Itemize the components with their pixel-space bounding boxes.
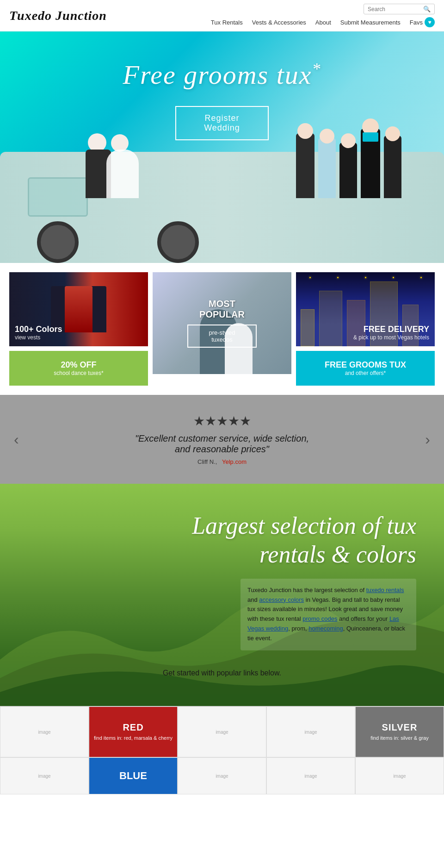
hero-headline: Free grooms tux* xyxy=(0,59,444,90)
asterisk: * xyxy=(312,60,321,78)
light-3 xyxy=(365,277,366,278)
yelp-source: Yelp.com xyxy=(222,458,247,465)
pre-styled-button[interactable]: pre-styled tuxedos xyxy=(187,325,257,348)
light-1 xyxy=(309,277,311,278)
testimonial-prev-button[interactable]: ‹ xyxy=(9,426,24,453)
color-cell2-image-2[interactable]: image xyxy=(178,757,266,794)
light-5 xyxy=(420,277,422,278)
vests-overlay: 100+ Colors view vests xyxy=(9,319,148,346)
search-input[interactable] xyxy=(368,6,423,12)
free-grooms-tux-button[interactable]: FREE GROOMS TUX and other offers* xyxy=(296,351,435,386)
promo-col-3: FREE DELIVERY & pick up to most Vegas ho… xyxy=(296,272,435,386)
promo-col-2: MOST POPULAR pre-styled tuxedos xyxy=(153,272,291,386)
vests-image[interactable]: 100+ Colors view vests xyxy=(9,272,148,346)
color-cell2-image-3[interactable]: image xyxy=(266,757,355,794)
site-header: Tuxedo Junction 🔍 Tux Rentals Vests & Ac… xyxy=(0,0,444,31)
lasvegas-image[interactable]: FREE DELIVERY & pick up to most Vegas ho… xyxy=(296,272,435,346)
testimonial-attribution: Cliff N., Yelp.com xyxy=(28,458,416,465)
color-cell2-image-4[interactable]: image xyxy=(355,757,444,794)
color-grid-row2: image BLUE image image image xyxy=(0,757,444,794)
hills-headline: Largest selection of tuxrentals & colors xyxy=(18,512,416,569)
color-cell-blue[interactable]: BLUE xyxy=(89,757,178,794)
testimonial-section: ‹ ★★★★★ "Excellent customer service, wid… xyxy=(0,395,444,484)
site-logo[interactable]: Tuxedo Junction xyxy=(9,8,107,23)
city-lights xyxy=(296,277,435,278)
hills-content-area: Largest selection of tuxrentals & colors… xyxy=(18,512,426,650)
hills-footer: Get started with popular links below. xyxy=(18,669,426,677)
nav-about[interactable]: About xyxy=(315,19,331,26)
testimonial-next-button[interactable]: › xyxy=(420,426,435,453)
hero-text-area: Free grooms tux* RegisterWedding xyxy=(0,59,444,140)
accessory-colors-link[interactable]: accessory colors xyxy=(259,596,304,603)
wheel-1 xyxy=(37,221,79,263)
star-rating: ★★★★★ xyxy=(28,413,416,429)
promo-codes-link[interactable]: promo codes xyxy=(302,615,337,622)
color-cell-red[interactable]: RED find items in: red, marsala & cherry xyxy=(89,706,178,757)
nav-search-area: 🔍 Tux Rentals Vests & Accessories About … xyxy=(211,4,435,27)
color-cell-image-2[interactable]: image xyxy=(178,706,266,757)
most-popular-overlay: MOST POPULAR pre-styled tuxedos xyxy=(187,299,257,348)
school-dance-button[interactable]: 20% OFF school dance tuxes* xyxy=(9,351,148,386)
main-nav: Tux Rentals Vests & Accessories About Su… xyxy=(211,17,435,27)
testimonial-quote: "Excellent customer service, wide selcti… xyxy=(28,433,416,455)
color-cell-silver[interactable]: SILVER find items in: silver & gray xyxy=(355,706,444,757)
promo-section: 100+ Colors view vests 20% OFF school da… xyxy=(0,263,444,395)
nav-vests-accessories[interactable]: Vests & Accessories xyxy=(252,19,306,26)
search-bar[interactable]: 🔍 xyxy=(364,4,435,14)
nav-favs[interactable]: Favs ♥ xyxy=(410,17,435,27)
nav-tux-rentals[interactable]: Tux Rentals xyxy=(211,19,243,26)
tuxedo-rentals-link[interactable]: tuxedo rentals xyxy=(366,587,404,593)
homecoming-link[interactable]: homecoming xyxy=(308,625,343,632)
bride-body xyxy=(106,150,139,198)
color-cell-image-1[interactable]: image xyxy=(0,706,89,757)
hero-banner: Free grooms tux* RegisterWedding xyxy=(0,31,444,263)
hills-section: Largest selection of tuxrentals & colors… xyxy=(0,484,444,706)
light-2 xyxy=(337,277,339,278)
color-cell2-image-1[interactable]: image xyxy=(0,757,89,794)
delivery-overlay: FREE DELIVERY & pick up to most Vegas ho… xyxy=(296,319,435,346)
van-window xyxy=(28,177,88,217)
wheel-2 xyxy=(157,221,199,263)
hills-body-text: Tuxedo Junction has the largest selectio… xyxy=(240,579,416,650)
nav-submit-measurements[interactable]: Submit Measurements xyxy=(340,19,401,26)
heart-icon: ♥ xyxy=(425,17,435,27)
search-icon: 🔍 xyxy=(423,6,431,12)
color-cell-image-3[interactable]: image xyxy=(266,706,355,757)
promo-col-1: 100+ Colors view vests 20% OFF school da… xyxy=(9,272,148,386)
light-4 xyxy=(393,277,394,278)
register-wedding-button[interactable]: RegisterWedding xyxy=(175,106,269,140)
color-grid-row1: image RED find items in: red, marsala & … xyxy=(0,706,444,757)
couple-image[interactable]: MOST POPULAR pre-styled tuxedos xyxy=(153,272,291,374)
